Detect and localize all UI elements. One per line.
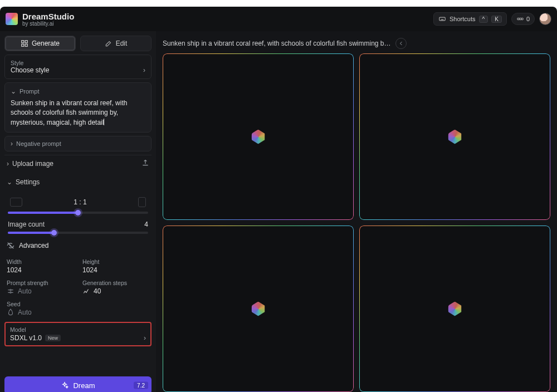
topbar: DreamStudio by stability.ai Shortcuts ^ … bbox=[0, 7, 557, 31]
shortcut-key-mod: ^ bbox=[479, 16, 488, 23]
sliders-icon bbox=[7, 287, 14, 295]
negative-prompt-label: Negative prompt bbox=[16, 140, 61, 147]
tab-edit[interactable]: Edit bbox=[80, 36, 152, 51]
width-field: Width 1024 bbox=[7, 258, 74, 274]
image-count-value: 4 bbox=[144, 220, 148, 228]
chevron-down-icon: ⌄ bbox=[7, 178, 12, 186]
prompt-text-content: Sunken ship in a vibrant coral reef, wit… bbox=[11, 99, 127, 126]
seed-label: Seed bbox=[7, 301, 149, 307]
chevron-right-icon: › bbox=[144, 334, 146, 342]
upload-image-label: Upload image bbox=[12, 160, 53, 168]
tab-generate-label: Generate bbox=[32, 40, 60, 47]
sparkle-icon bbox=[61, 381, 69, 389]
aspect-ratio-slider[interactable] bbox=[8, 212, 148, 214]
settings-toggle[interactable]: ⌄ Settings bbox=[4, 175, 152, 189]
canvas-title: Sunken ship in a vibrant coral reef, wit… bbox=[163, 40, 391, 47]
style-select[interactable]: Style Choose style › bbox=[4, 55, 152, 79]
generation-steps-field: Generation steps 40 bbox=[82, 280, 149, 295]
prompt-label: Prompt bbox=[19, 88, 39, 95]
slider-thumb[interactable] bbox=[75, 210, 81, 215]
svg-point-9 bbox=[10, 292, 11, 293]
upload-icon[interactable] bbox=[141, 159, 149, 168]
svg-point-8 bbox=[10, 290, 11, 291]
model-select[interactable]: Model SDXL v1.0 New › bbox=[4, 322, 152, 346]
tab-edit-label: Edit bbox=[116, 40, 128, 47]
model-label: Model bbox=[10, 326, 146, 333]
topbar-right: Shortcuts ^ K 0 bbox=[433, 12, 551, 26]
loading-spinner-icon bbox=[251, 130, 266, 144]
avatar[interactable] bbox=[539, 13, 551, 25]
dream-cost-badge: 7.2 bbox=[134, 382, 148, 389]
generation-grid bbox=[163, 53, 550, 392]
prompt-box[interactable]: ⌄ Prompt Sunken ship in a vibrant coral … bbox=[4, 82, 152, 133]
loading-spinner-icon bbox=[251, 302, 266, 316]
chevron-right-icon: › bbox=[11, 140, 13, 148]
generation-steps-value[interactable]: 40 bbox=[94, 287, 101, 295]
canvas-header: Sunken ship in a vibrant coral reef, wit… bbox=[163, 37, 550, 53]
canvas-area: Sunken ship in a vibrant coral reef, wit… bbox=[156, 31, 557, 392]
credits-pill[interactable]: 0 bbox=[511, 13, 535, 25]
chevron-right-icon: › bbox=[143, 66, 145, 74]
app-window: DreamStudio by stability.ai Shortcuts ^ … bbox=[0, 7, 557, 392]
model-badge-new: New bbox=[45, 335, 61, 341]
image-count-label: Image count bbox=[8, 220, 45, 228]
generation-cell[interactable] bbox=[359, 226, 550, 392]
tab-generate[interactable]: Generate bbox=[4, 36, 76, 51]
keyboard-icon bbox=[438, 15, 446, 23]
svg-rect-7 bbox=[25, 44, 27, 46]
seed-value[interactable]: Auto bbox=[18, 308, 32, 316]
width-label: Width bbox=[7, 258, 74, 265]
dream-button[interactable]: Dream 7.2 bbox=[4, 376, 152, 392]
portrait-icon bbox=[138, 197, 146, 207]
image-count-slider[interactable] bbox=[8, 232, 148, 234]
advanced-label: Advanced bbox=[19, 242, 48, 249]
aspect-ratio-control[interactable]: 1 : 1 bbox=[4, 193, 152, 215]
shortcuts-label: Shortcuts bbox=[449, 16, 475, 22]
seed-field: Seed Auto bbox=[7, 301, 149, 316]
generation-cell[interactable] bbox=[359, 53, 550, 220]
svg-rect-6 bbox=[22, 44, 24, 46]
chevron-right-icon: › bbox=[7, 160, 9, 168]
mode-tabs: Generate Edit bbox=[4, 36, 152, 51]
settings-label: Settings bbox=[16, 178, 40, 186]
prompt-strength-value[interactable]: Auto bbox=[18, 287, 32, 295]
brand-name: DreamStudio bbox=[22, 12, 74, 21]
svg-rect-5 bbox=[25, 41, 27, 43]
shortcut-key-k: K bbox=[491, 16, 502, 23]
chevron-down-icon: ⌄ bbox=[11, 87, 16, 95]
brand-byline: by stability.ai bbox=[22, 21, 74, 27]
image-count-control[interactable]: Image count 4 bbox=[4, 218, 152, 235]
slider-thumb[interactable] bbox=[51, 230, 57, 236]
negative-prompt-box[interactable]: › Negative prompt bbox=[4, 136, 152, 151]
shortcuts-button[interactable]: Shortcuts ^ K bbox=[433, 12, 507, 26]
svg-point-3 bbox=[521, 18, 524, 20]
generation-steps-label: Generation steps bbox=[82, 280, 149, 286]
sidebar: Generate Edit Style Choose style › ⌄ Pro… bbox=[0, 31, 156, 392]
upload-image-row[interactable]: › Upload image bbox=[4, 155, 152, 171]
advanced-toggle[interactable]: Advanced bbox=[4, 238, 152, 253]
style-value: Choose style bbox=[11, 66, 49, 74]
eye-off-icon bbox=[7, 242, 14, 249]
edit-icon bbox=[105, 40, 113, 47]
svg-point-2 bbox=[517, 18, 520, 20]
height-value[interactable]: 1024 bbox=[82, 266, 149, 274]
generation-cell[interactable] bbox=[163, 53, 354, 220]
model-value: SDXL v1.0 bbox=[10, 334, 42, 342]
advanced-grid: Width 1024 Height 1024 Prompt strength A… bbox=[4, 256, 152, 318]
generation-cell[interactable] bbox=[163, 226, 354, 392]
height-field: Height 1024 bbox=[82, 258, 149, 274]
credits-icon bbox=[516, 15, 524, 23]
prompt-header[interactable]: ⌄ Prompt bbox=[11, 87, 145, 95]
brand-block: DreamStudio by stability.ai bbox=[22, 12, 74, 27]
prompt-text[interactable]: Sunken ship in a vibrant coral reef, wit… bbox=[11, 99, 145, 128]
landscape-icon bbox=[10, 198, 22, 207]
aspect-value: 1 : 1 bbox=[74, 198, 86, 206]
brand-logo-icon bbox=[6, 13, 18, 25]
loading-spinner-icon bbox=[448, 130, 462, 144]
chevron-left-icon bbox=[398, 40, 404, 47]
workarea: Generate Edit Style Choose style › ⌄ Pro… bbox=[0, 31, 557, 392]
width-value[interactable]: 1024 bbox=[7, 266, 74, 274]
prompt-strength-field: Prompt strength Auto bbox=[7, 280, 74, 295]
steps-icon bbox=[82, 287, 90, 295]
history-prev-button[interactable] bbox=[395, 38, 407, 49]
